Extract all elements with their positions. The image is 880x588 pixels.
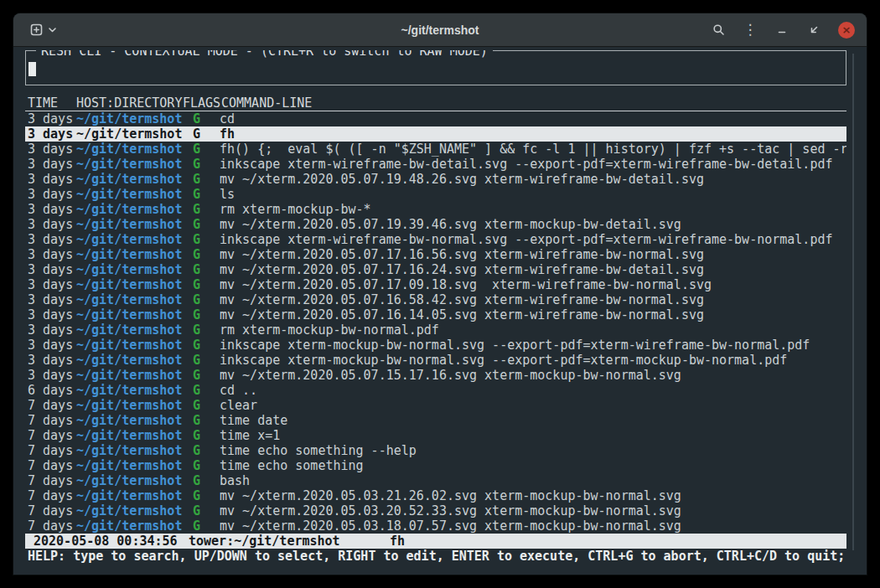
row-command: inkscape xterm-wireframe-bw-detail.svg -… xyxy=(220,157,846,172)
row-directory: ~/git/termshot xyxy=(76,428,193,443)
row-command: time x=1 xyxy=(220,428,846,443)
row-command: mv ~/xterm.2020.05.07.19.39.46.svg xterm… xyxy=(220,217,846,232)
history-row[interactable]: 7 days~/git/termshotGtime echo something… xyxy=(25,443,846,458)
row-directory: ~/git/termshot xyxy=(76,518,193,534)
row-flags: G xyxy=(193,503,220,518)
history-row[interactable]: 3 days~/git/termshotGinkscape xterm-mock… xyxy=(25,353,846,368)
history-row[interactable]: 3 days~/git/termshotGmv ~/xterm.2020.05.… xyxy=(25,292,846,307)
row-time: 3 days xyxy=(28,126,76,142)
history-row[interactable]: 3 days~/git/termshotGinkscape xterm-mock… xyxy=(25,338,846,353)
history-row[interactable]: 3 days~/git/termshotGmv ~/xterm.2020.05.… xyxy=(25,277,846,292)
row-time: 7 days xyxy=(28,518,76,534)
header-command-line: COMMAND-LINE xyxy=(221,95,312,111)
history-row[interactable]: 3 days~/git/termshotGfh xyxy=(25,126,846,142)
row-flags: G xyxy=(193,383,220,398)
row-directory: ~/git/termshot xyxy=(76,217,193,232)
row-time: 7 days xyxy=(28,413,76,428)
history-row[interactable]: 3 days~/git/termshotGrm xterm-mockup-bw-… xyxy=(25,322,846,338)
history-row[interactable]: 7 days~/git/termshotGtime x=1 xyxy=(25,428,846,443)
row-time: 3 days xyxy=(28,157,76,172)
scrollbar[interactable] xyxy=(852,54,854,550)
history-row[interactable]: 3 days~/git/termshotGmv ~/xterm.2020.05.… xyxy=(25,247,846,262)
row-flags: G xyxy=(193,518,220,534)
row-time: 7 days xyxy=(28,488,76,503)
history-row[interactable]: 6 days~/git/termshotGcd .. xyxy=(25,383,846,398)
history-row[interactable]: 7 days~/git/termshotGtime date xyxy=(25,413,846,428)
row-directory: ~/git/termshot xyxy=(76,247,193,262)
row-command: fh() {; eval $( ([ -n "$ZSH_NAME" ] && f… xyxy=(220,142,846,157)
row-flags: G xyxy=(193,458,220,473)
row-flags: G xyxy=(193,262,220,277)
history-row[interactable]: 3 days~/git/termshotGmv ~/xterm.2020.05.… xyxy=(25,217,846,232)
row-command: mv ~/xterm.2020.05.03.20.52.33.svg xterm… xyxy=(220,503,846,518)
minimize-button[interactable] xyxy=(771,19,793,41)
row-time: 6 days xyxy=(28,383,76,398)
row-flags: G xyxy=(193,217,220,232)
history-row[interactable]: 3 days~/git/termshotGmv ~/xterm.2020.05.… xyxy=(25,262,846,277)
menu-button[interactable]: ⋮ xyxy=(739,19,761,41)
history-row[interactable]: 3 days~/git/termshotGmv ~/xterm.2020.05.… xyxy=(25,368,846,383)
row-directory: ~/git/termshot xyxy=(76,383,193,398)
header-host-directory: HOST:DIRECTORY xyxy=(76,95,183,111)
history-row[interactable]: 3 days~/git/termshotGcd xyxy=(25,111,846,126)
row-directory: ~/git/termshot xyxy=(76,307,193,322)
history-row[interactable]: 3 days~/git/termshotGinkscape xterm-wire… xyxy=(25,232,846,247)
search-button[interactable] xyxy=(707,19,729,41)
row-command: mv ~/xterm.2020.05.07.16.58.42.svg xterm… xyxy=(220,292,846,307)
row-flags: G xyxy=(193,232,220,247)
history-row[interactable]: 3 days~/git/termshotGinkscape xterm-wire… xyxy=(25,157,846,172)
status-command: fh xyxy=(390,534,405,549)
history-row[interactable]: 3 days~/git/termshotGls xyxy=(25,187,846,202)
new-tab-button[interactable] xyxy=(27,20,60,39)
search-box[interactable]: RESH CLI - CONTEXTUAL MODE - (CTRL+R to … xyxy=(25,50,846,85)
row-flags: G xyxy=(193,126,220,142)
help-line: HELP: type to search, UP/DOWN to select,… xyxy=(25,549,846,564)
row-directory: ~/git/termshot xyxy=(76,292,193,307)
row-directory: ~/git/termshot xyxy=(76,368,193,383)
titlebar[interactable]: ~/git/termshot ⋮ xyxy=(13,13,867,47)
history-row[interactable]: 3 days~/git/termshotGfh() {; eval $( ([ … xyxy=(25,142,846,157)
row-time: 3 days xyxy=(28,353,76,368)
restore-button[interactable] xyxy=(803,19,825,41)
row-command: mv ~/xterm.2020.05.07.19.48.26.svg xterm… xyxy=(220,172,846,187)
row-time: 3 days xyxy=(28,111,76,126)
history-row[interactable]: 7 days~/git/termshotGmv ~/xterm.2020.05.… xyxy=(25,518,846,534)
close-button[interactable]: × xyxy=(838,22,855,39)
row-time: 3 days xyxy=(28,277,76,292)
history-row[interactable]: 3 days~/git/termshotGmv ~/xterm.2020.05.… xyxy=(25,172,846,187)
row-time: 3 days xyxy=(28,142,76,157)
history-row[interactable]: 7 days~/git/termshotGtime echo something xyxy=(25,458,846,473)
table-header: TIME HOST:DIRECTORY FLAGS COMMAND-LINE xyxy=(25,95,846,111)
terminal-screen[interactable]: RESH CLI - CONTEXTUAL MODE - (CTRL+R to … xyxy=(13,47,867,574)
header-flags: FLAGS xyxy=(183,95,221,111)
row-directory: ~/git/termshot xyxy=(76,142,193,157)
row-command: bash xyxy=(220,473,846,488)
history-row[interactable]: 3 days~/git/termshotGrm xterm-mockup-bw-… xyxy=(25,202,846,217)
row-time: 7 days xyxy=(28,473,76,488)
history-row[interactable]: 7 days~/git/termshotGbash xyxy=(25,473,846,488)
status-datetime: 2020-05-08 00:34:56 xyxy=(34,534,189,549)
row-directory: ~/git/termshot xyxy=(76,172,193,187)
terminal-window: ~/git/termshot ⋮ xyxy=(13,13,867,575)
row-flags: G xyxy=(193,443,220,458)
history-row[interactable]: 7 days~/git/termshotGmv ~/xterm.2020.05.… xyxy=(25,503,846,518)
row-directory: ~/git/termshot xyxy=(76,503,193,518)
history-row[interactable]: 7 days~/git/termshotGmv ~/xterm.2020.05.… xyxy=(25,488,846,503)
row-time: 7 days xyxy=(28,443,76,458)
row-command: mv ~/xterm.2020.05.07.17.16.56.svg xterm… xyxy=(220,247,846,262)
history-rows: 3 days~/git/termshotGcd3 days~/git/terms… xyxy=(25,111,846,534)
row-flags: G xyxy=(193,307,220,322)
row-flags: G xyxy=(193,277,220,292)
row-command: inkscape xterm-wireframe-bw-normal.svg -… xyxy=(220,232,846,247)
row-directory: ~/git/termshot xyxy=(76,262,193,277)
row-command: mv ~/xterm.2020.05.07.15.17.16.svg xterm… xyxy=(220,368,846,383)
history-row[interactable]: 7 days~/git/termshotGclear xyxy=(25,398,846,413)
row-time: 7 days xyxy=(28,458,76,473)
row-command: inkscape xterm-mockup-bw-normal.svg --ex… xyxy=(220,353,846,368)
history-row[interactable]: 3 days~/git/termshotGmv ~/xterm.2020.05.… xyxy=(25,307,846,322)
row-command: time date xyxy=(220,413,846,428)
row-time: 3 days xyxy=(28,307,76,322)
row-command: mv ~/xterm.2020.05.03.21.26.02.svg xterm… xyxy=(220,488,846,503)
minimize-icon xyxy=(776,24,788,36)
header-time: TIME xyxy=(28,95,76,111)
